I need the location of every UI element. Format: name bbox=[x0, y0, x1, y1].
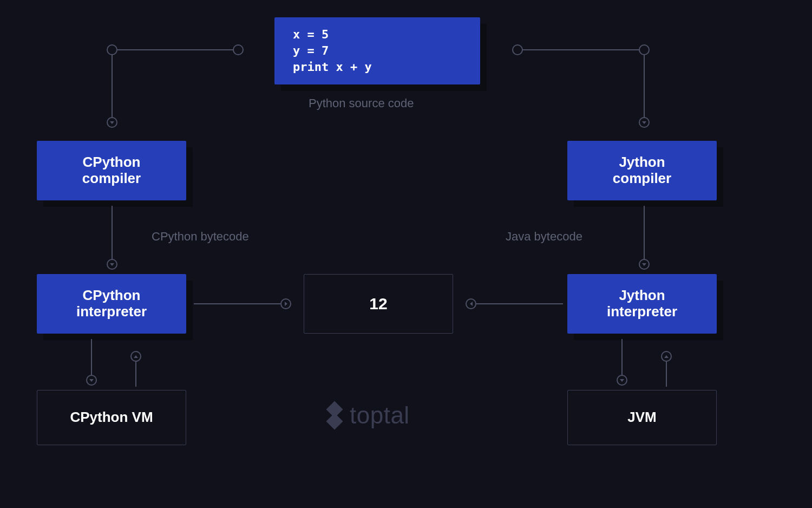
connector-line bbox=[91, 339, 92, 376]
arrow-up-icon bbox=[661, 351, 672, 362]
cpython-interpreter-box: CPython interpreter bbox=[37, 274, 186, 334]
arrow-down-icon bbox=[617, 375, 627, 386]
connector-line bbox=[666, 362, 667, 387]
toptal-logo: toptal bbox=[325, 402, 410, 429]
arrow-up-icon bbox=[130, 351, 141, 362]
connector-line bbox=[644, 206, 645, 260]
cpython-bytecode-label: CPython bytecode bbox=[152, 230, 249, 244]
arrow-down-icon bbox=[639, 117, 650, 128]
connector-node-icon bbox=[639, 44, 650, 55]
connector-line bbox=[117, 49, 234, 50]
cpython-compiler-label: CPython bbox=[83, 154, 141, 171]
jython-interpreter-box: Jython interpreter bbox=[567, 274, 717, 334]
jython-compiler-box: Jython compiler bbox=[567, 141, 717, 200]
jvm-box: JVM bbox=[567, 390, 717, 445]
toptal-wordmark: toptal bbox=[350, 402, 410, 429]
jython-compiler-label: Jython bbox=[619, 154, 665, 171]
connector-node-icon bbox=[512, 44, 523, 55]
java-bytecode-label: Java bytecode bbox=[506, 230, 582, 244]
arrow-down-icon bbox=[107, 117, 117, 128]
jython-compiler-label-2: compiler bbox=[613, 171, 671, 187]
source-code-label: Python source code bbox=[309, 96, 414, 110]
cpython-vm-box: CPython VM bbox=[37, 390, 186, 445]
source-code-box: x = 5 y = 7 print x + y bbox=[274, 17, 480, 84]
connector-line bbox=[194, 303, 280, 304]
cpython-compiler-label-2: compiler bbox=[82, 171, 141, 187]
toptal-glyph-icon bbox=[325, 403, 344, 427]
connector-line bbox=[112, 55, 113, 118]
arrow-down-icon bbox=[107, 259, 117, 270]
jython-interpreter-label: Jython bbox=[619, 288, 665, 304]
connector-line bbox=[476, 303, 563, 304]
cpython-interpreter-label: CPython bbox=[83, 288, 141, 304]
cpython-compiler-box: CPython compiler bbox=[37, 141, 186, 200]
arrow-right-icon bbox=[280, 298, 291, 309]
connector-node-icon bbox=[233, 44, 244, 55]
connector-node-icon bbox=[107, 44, 117, 55]
connector-line bbox=[621, 339, 623, 376]
connector-line bbox=[135, 362, 136, 387]
output-box: 12 bbox=[304, 274, 453, 334]
arrow-left-icon bbox=[466, 298, 476, 309]
connector-line bbox=[522, 49, 639, 50]
connector-line bbox=[112, 206, 113, 260]
connector-line bbox=[644, 55, 645, 118]
arrow-down-icon bbox=[639, 259, 650, 270]
arrow-down-icon bbox=[86, 375, 97, 386]
jython-interpreter-label-2: interpreter bbox=[607, 304, 677, 320]
cpython-interpreter-label-2: interpreter bbox=[76, 304, 147, 320]
